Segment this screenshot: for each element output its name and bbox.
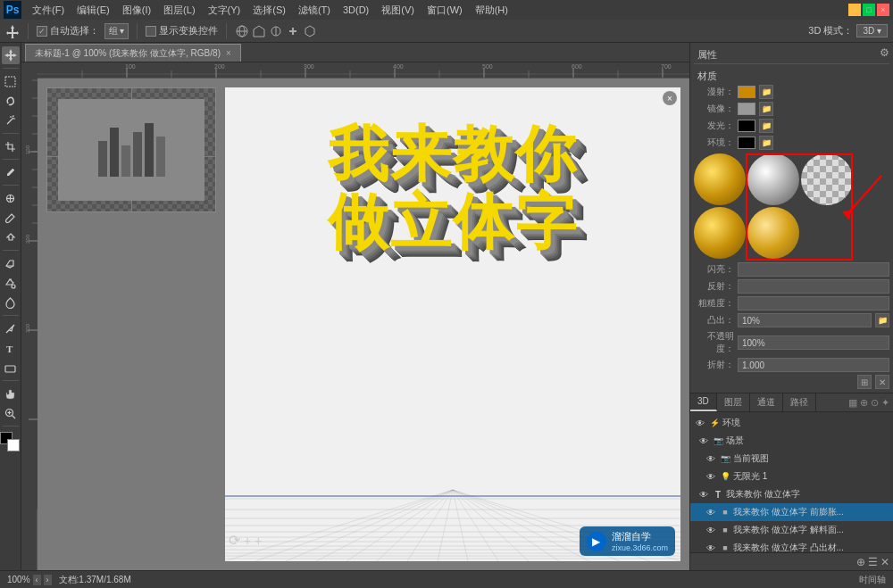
foreground-background-colors[interactable] bbox=[0, 432, 21, 453]
tab-paths[interactable]: 路径 bbox=[783, 393, 816, 411]
material-sphere-gold-3[interactable] bbox=[747, 207, 799, 259]
tab-layers[interactable]: 图层 bbox=[717, 393, 750, 411]
menu-window[interactable]: 窗口(W) bbox=[421, 2, 468, 19]
material-sphere-checker[interactable] bbox=[801, 153, 853, 205]
tab-close-button[interactable]: × bbox=[226, 48, 231, 58]
menu-3d[interactable]: 3D(D) bbox=[338, 3, 374, 17]
status-nav-prev[interactable]: ‹ bbox=[33, 575, 41, 585]
rotate-3d-icon[interactable]: ⟳ bbox=[229, 532, 240, 549]
tool-pen[interactable] bbox=[2, 319, 20, 337]
layer-bevel[interactable]: 👁 ■ 我来教你 做立体字 解料面... bbox=[690, 521, 893, 539]
tool-move[interactable] bbox=[2, 46, 20, 64]
3d-mode-controls bbox=[235, 24, 317, 38]
background-color[interactable] bbox=[7, 439, 20, 451]
tool-crop[interactable] bbox=[2, 137, 20, 155]
layer-eye-scene[interactable]: 👁 bbox=[697, 435, 710, 447]
prop-refraction-value[interactable]: 1.000 bbox=[738, 358, 889, 372]
layer-eye-current-view[interactable]: 👁 bbox=[705, 452, 717, 465]
prop-glow-swatch[interactable] bbox=[738, 120, 755, 132]
show-transform-checkbox[interactable] bbox=[146, 26, 156, 37]
tool-text[interactable]: T bbox=[2, 339, 20, 357]
menu-filter[interactable]: 滤镜(T) bbox=[293, 2, 336, 19]
tool-blur[interactable] bbox=[2, 294, 20, 311]
document-tab[interactable]: 未标题-1 @ 100% (我来教你 做立体字, RGB/8) × bbox=[25, 44, 241, 62]
3d-mode-dropdown[interactable]: 3D ▾ bbox=[856, 24, 888, 37]
prop-reflection-value[interactable] bbox=[738, 279, 889, 294]
auto-select-checkbox[interactable]: ✓ bbox=[37, 26, 47, 37]
tool-zoom[interactable] bbox=[2, 404, 20, 422]
tool-marquee[interactable] bbox=[2, 72, 20, 90]
tool-lasso[interactable] bbox=[2, 92, 20, 110]
tool-heal[interactable] bbox=[2, 189, 20, 207]
layers-bottom-icon-1[interactable]: ⊕ bbox=[856, 556, 865, 568]
material-sphere-gold-1[interactable] bbox=[694, 153, 746, 205]
prop-ambient-swatch[interactable] bbox=[738, 137, 755, 149]
layer-eye-extrusion[interactable]: 👁 bbox=[705, 542, 717, 552]
prop-bump-folder[interactable]: 📁 bbox=[875, 313, 889, 327]
close-button[interactable]: × bbox=[877, 4, 889, 16]
crosshair-icon[interactable]: + bbox=[255, 534, 262, 548]
layer-current-view[interactable]: 👁 📷 当前视图 bbox=[690, 450, 893, 468]
material-sphere-chrome[interactable] bbox=[747, 153, 799, 205]
prop-glow-folder[interactable]: 📁 bbox=[759, 119, 773, 133]
layers-icon-circle[interactable]: ⊙ bbox=[871, 397, 879, 409]
tab-3d[interactable]: 3D bbox=[690, 393, 717, 411]
prop-opacity-value[interactable]: 100% bbox=[738, 335, 889, 350]
prop-bottom-icon-2[interactable]: ✕ bbox=[875, 375, 889, 389]
menu-layer[interactable]: 图层(L) bbox=[158, 2, 200, 19]
layer-environment[interactable]: 👁 ⚡ 环境 bbox=[690, 414, 893, 432]
tab-channels[interactable]: 通道 bbox=[750, 393, 783, 411]
layer-extrusion[interactable]: 👁 ■ 我来教你 做立体字 凸出材... bbox=[690, 539, 893, 552]
prop-roughness-value[interactable] bbox=[738, 296, 889, 311]
canvas-close-button[interactable]: × bbox=[663, 91, 677, 105]
right-panel: 属性 材质 ⚙ 漫射： 📁 镜像： 📁 发光： bbox=[689, 43, 893, 570]
gear-icon[interactable]: ⚙ bbox=[880, 46, 889, 59]
tool-hand[interactable] bbox=[2, 385, 20, 402]
layer-scene[interactable]: 👁 📷 场景 bbox=[690, 432, 893, 450]
prop-ambient-folder[interactable]: 📁 bbox=[759, 136, 773, 150]
material-sphere-gold-2[interactable] bbox=[694, 207, 746, 259]
layer-eye-text-object[interactable]: 👁 bbox=[697, 488, 710, 501]
auto-select-dropdown[interactable]: 组 ▾ bbox=[104, 23, 129, 39]
tool-clone[interactable] bbox=[2, 228, 20, 246]
layer-infinite-light[interactable]: 👁 💡 无限光 1 bbox=[690, 468, 893, 485]
layer-eye-bevel[interactable]: 👁 bbox=[705, 524, 717, 536]
menu-text[interactable]: 文字(Y) bbox=[203, 2, 246, 19]
tool-brush[interactable] bbox=[2, 209, 20, 227]
zoom-in-icon[interactable]: + bbox=[244, 534, 251, 548]
menu-file[interactable]: 文件(F) bbox=[27, 2, 70, 19]
layers-icon-star[interactable]: ✦ bbox=[881, 397, 889, 409]
layers-icon-grid[interactable]: ▦ bbox=[848, 397, 857, 409]
layers-bottom-icon-3[interactable]: ✕ bbox=[880, 556, 889, 568]
layer-icon-current-view: 📷 bbox=[719, 452, 731, 465]
tool-eyedropper[interactable] bbox=[2, 163, 20, 181]
layer-eye-infinite-light[interactable]: 👁 bbox=[705, 470, 717, 483]
layer-eye-front-inflation[interactable]: 👁 bbox=[705, 506, 717, 518]
move-tool-icon bbox=[5, 24, 20, 38]
layer-eye-environment[interactable]: 👁 bbox=[694, 417, 706, 429]
tool-eraser[interactable] bbox=[2, 254, 20, 272]
prop-specular-folder[interactable]: 📁 bbox=[759, 102, 773, 116]
status-nav-next[interactable]: › bbox=[44, 575, 52, 585]
menu-select[interactable]: 选择(S) bbox=[247, 2, 291, 19]
menu-edit[interactable]: 编辑(E) bbox=[71, 2, 115, 19]
layer-text-object[interactable]: 👁 T 我来教你 做立体字 bbox=[690, 485, 893, 503]
menu-view[interactable]: 视图(V) bbox=[376, 2, 420, 19]
prop-diffuse-color[interactable] bbox=[738, 86, 755, 98]
minimize-button[interactable]: − bbox=[848, 4, 861, 16]
prop-diffuse-folder[interactable]: 📁 bbox=[759, 85, 773, 99]
layer-front-inflation[interactable]: 👁 ■ 我来教你 做立体字 前膨胀... bbox=[690, 503, 893, 521]
prop-bump-value[interactable]: 10% bbox=[738, 313, 872, 327]
tool-magic-wand[interactable] bbox=[2, 112, 20, 129]
prop-specular-swatch[interactable] bbox=[738, 103, 755, 115]
maximize-button[interactable]: □ bbox=[863, 4, 875, 16]
menu-image[interactable]: 图像(I) bbox=[117, 2, 156, 19]
layers-bottom-icon-2[interactable]: ☰ bbox=[868, 556, 878, 568]
layer-name-environment: 环境 bbox=[722, 417, 889, 429]
menu-help[interactable]: 帮助(H) bbox=[470, 2, 513, 19]
prop-bottom-icon-1[interactable]: ⊞ bbox=[857, 375, 872, 389]
layers-icon-add[interactable]: ⊕ bbox=[860, 397, 868, 409]
tool-shape[interactable] bbox=[2, 359, 20, 377]
tool-paint-bucket[interactable] bbox=[2, 274, 20, 292]
prop-shininess-value[interactable] bbox=[738, 262, 889, 277]
